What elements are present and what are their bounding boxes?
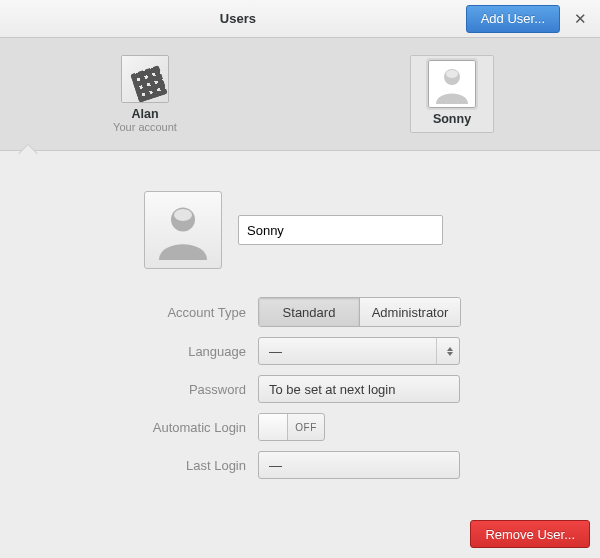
avatar-picker[interactable] (144, 191, 222, 269)
remove-user-button[interactable]: Remove User... (470, 520, 590, 548)
last-login-label: Last Login (30, 458, 258, 473)
last-login-value: — (269, 458, 282, 473)
user-name-label: Sonny (433, 112, 471, 126)
account-type-toggle[interactable]: Standard Administrator (258, 297, 461, 327)
last-login-button[interactable]: — (258, 451, 460, 479)
language-label: Language (30, 344, 258, 359)
automatic-login-switch[interactable]: OFF (258, 413, 325, 441)
user-card-sonny[interactable]: Sonny (410, 55, 494, 133)
user-photo-icon (122, 55, 168, 103)
account-type-administrator[interactable]: Administrator (359, 298, 460, 326)
password-label: Password (30, 382, 258, 397)
user-silhouette-icon (153, 200, 213, 260)
close-button[interactable]: ✕ (566, 5, 594, 33)
password-value: To be set at next login (269, 382, 395, 397)
window-title: Users (220, 11, 256, 26)
account-type-label: Account Type (30, 305, 258, 320)
language-select[interactable]: — (258, 337, 460, 365)
switch-knob (259, 414, 288, 440)
user-strip: Alan Your account Sonny (0, 38, 600, 151)
password-button[interactable]: To be set at next login (258, 375, 460, 403)
user-subtitle-label: Your account (113, 121, 177, 133)
notch-indicator (18, 145, 38, 155)
updown-icon (447, 347, 453, 356)
svg-point-3 (174, 209, 192, 221)
add-user-button[interactable]: Add User... (466, 5, 560, 33)
svg-point-1 (446, 70, 458, 78)
language-value: — (269, 344, 282, 359)
automatic-login-label: Automatic Login (30, 420, 258, 435)
close-icon: ✕ (574, 10, 587, 28)
full-name-input[interactable] (238, 215, 443, 245)
switch-state-label: OFF (288, 414, 324, 440)
avatar (428, 60, 476, 108)
avatar (121, 55, 169, 103)
titlebar: Users Add User... ✕ (0, 0, 600, 38)
account-type-standard[interactable]: Standard (259, 298, 359, 326)
user-name-label: Alan (131, 107, 158, 121)
user-editor: Account Type Standard Administrator Lang… (0, 151, 600, 479)
user-card-alan[interactable]: Alan Your account (110, 55, 180, 133)
user-silhouette-icon (432, 64, 472, 104)
